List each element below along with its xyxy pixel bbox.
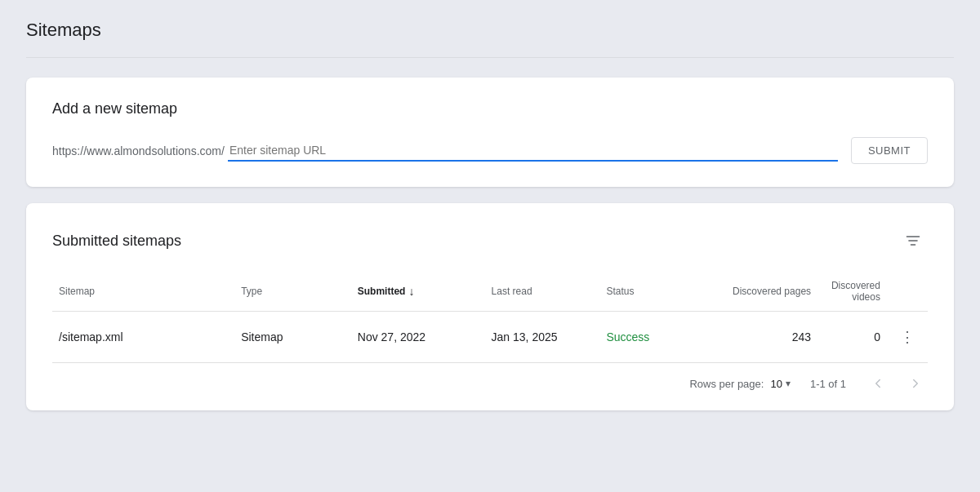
sitemaps-tbody: /sitemap.xml Sitemap Nov 27, 2022 Jan 13… — [52, 312, 928, 363]
col-header-sitemap: Sitemap — [52, 272, 234, 312]
cell-type: Sitemap — [234, 312, 351, 363]
table-row: /sitemap.xml Sitemap Nov 27, 2022 Jan 13… — [52, 312, 928, 363]
filter-button[interactable] — [898, 226, 928, 255]
status-badge: Success — [606, 330, 649, 344]
col-header-type: Type — [234, 272, 351, 312]
pagination-row: Rows per page: 10 ▾ 1-1 of 1 — [52, 363, 928, 397]
sitemap-url-input[interactable] — [228, 140, 838, 160]
chevron-down-icon: ▾ — [786, 378, 791, 389]
submitted-header: Submitted sitemaps — [52, 226, 928, 255]
rows-per-page-selector[interactable]: 10 ▾ — [770, 378, 790, 390]
more-options-button[interactable]: ⋮ — [893, 325, 921, 349]
rows-per-page-value: 10 — [770, 378, 782, 390]
chevron-right-icon — [908, 376, 923, 391]
col-header-discovered-pages: Discovered pages — [701, 272, 817, 312]
table-header-row: Sitemap Type Submitted ↓ Last read — [52, 272, 928, 312]
col-header-discovered-videos: Discovered videos — [817, 272, 887, 312]
cell-last-read: Jan 13, 2025 — [485, 312, 600, 363]
col-header-submitted[interactable]: Submitted ↓ — [351, 272, 485, 312]
cell-status: Success — [599, 312, 700, 363]
filter-icon — [905, 233, 921, 249]
submitted-sitemaps-title: Submitted sitemaps — [52, 233, 181, 250]
page-info: 1-1 of 1 — [810, 378, 846, 390]
url-prefix: https://www.almondsolutions.com/ — [52, 144, 225, 157]
col-header-status: Status — [599, 272, 700, 312]
rows-per-page: Rows per page: 10 ▾ — [689, 378, 791, 390]
add-sitemap-card: Add a new sitemap https://www.almondsolu… — [26, 78, 954, 187]
chevron-left-icon — [871, 376, 885, 391]
next-page-button[interactable] — [903, 373, 928, 394]
submitted-sitemaps-card: Submitted sitemaps Sitemap Type — [26, 203, 954, 410]
add-sitemap-row: https://www.almondsolutions.com/ SUBMIT — [52, 137, 928, 164]
cell-submitted: Nov 27, 2022 — [351, 312, 485, 363]
page-wrapper: Sitemaps Add a new sitemap https://www.a… — [0, 0, 980, 446]
add-sitemap-title: Add a new sitemap — [52, 100, 928, 117]
submit-button[interactable]: SUBMIT — [851, 137, 928, 164]
cell-discovered-pages: 243 — [701, 312, 817, 363]
cell-sitemap: /sitemap.xml — [52, 312, 234, 363]
sitemap-input-wrapper — [228, 140, 838, 162]
rows-per-page-label: Rows per page: — [689, 378, 764, 390]
col-header-last-read: Last read — [485, 272, 600, 312]
page-divider — [26, 57, 954, 58]
page-title: Sitemaps — [26, 20, 954, 41]
prev-page-button[interactable] — [866, 373, 890, 394]
cell-action: ⋮ — [887, 312, 928, 363]
sitemaps-table: Sitemap Type Submitted ↓ Last read — [52, 272, 928, 363]
cell-discovered-videos: 0 — [817, 312, 887, 363]
col-header-action — [887, 272, 928, 312]
sort-arrow-icon: ↓ — [408, 285, 414, 298]
